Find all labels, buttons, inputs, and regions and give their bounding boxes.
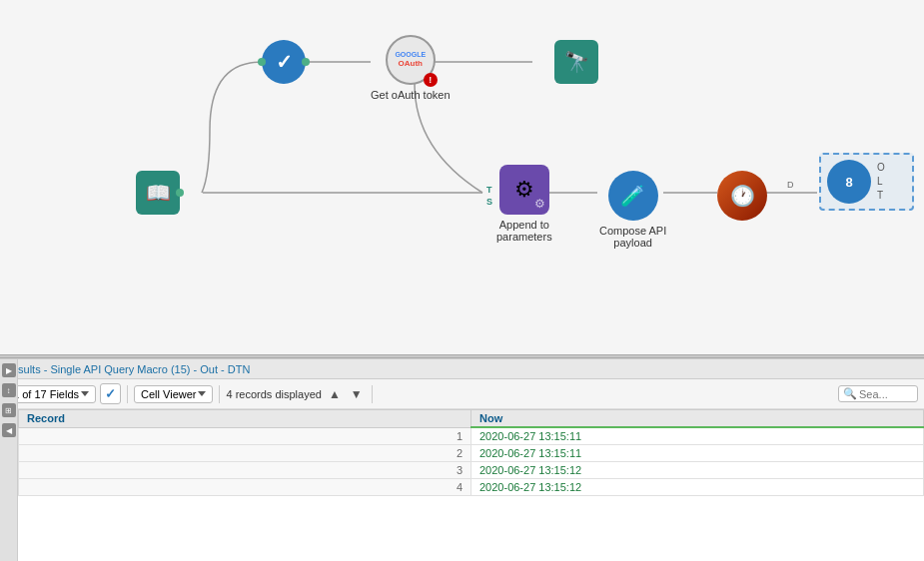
- record-num-cell: 4: [19, 479, 471, 496]
- s-label: S: [486, 197, 492, 207]
- dashed-box: 8 O L T: [819, 153, 914, 211]
- toolbar-sep-2: [219, 385, 220, 403]
- table-row: 42020-06-27 13:15:12: [19, 479, 924, 496]
- viewer-chevron-icon: [198, 391, 206, 396]
- compose-node[interactable]: 🧪 Compose APIpayload: [599, 171, 666, 249]
- now-value-cell: 2020-06-27 13:15:12: [471, 462, 924, 479]
- table-wrapper: Record Now 12020-06-27 13:15:1122020-06-…: [18, 409, 924, 496]
- check-icon: ✓: [105, 386, 116, 401]
- check-node-right-port: [302, 58, 310, 66]
- sort-up-button[interactable]: ▲: [326, 386, 344, 402]
- side-icon-3[interactable]: ⊞: [2, 403, 16, 417]
- svg-text:D: D: [787, 180, 794, 190]
- workflow-canvas: D ✓ GOOGLE OAuth ! Get oAuth token 🔭: [0, 0, 924, 354]
- toolbar-row: 1 of 17 Fields ✓ Cell Viewer 4 records d…: [0, 379, 924, 409]
- book-node-right-port: [176, 189, 184, 197]
- panel-tab-bar: Results - Single API Query Macro (15) - …: [0, 359, 924, 379]
- olt-t: T: [877, 189, 885, 203]
- side-icon-2[interactable]: ↕: [2, 383, 16, 397]
- viewer-selector-button[interactable]: Cell Viewer: [134, 385, 213, 403]
- search-box: 🔍: [838, 385, 918, 402]
- now-value-cell: 2020-06-27 13:15:11: [471, 445, 924, 462]
- olt-o: O: [877, 161, 885, 175]
- now-value-cell: 2020-06-27 13:15:11: [471, 427, 924, 445]
- blue-circle-node[interactable]: 8: [827, 160, 871, 204]
- col-now: Now: [471, 410, 924, 428]
- bottom-panel: Results - Single API Query Macro (15) - …: [0, 358, 924, 561]
- check-button[interactable]: ✓: [100, 383, 121, 404]
- side-icon-1[interactable]: ▶: [2, 363, 16, 377]
- binoculars-node[interactable]: 🔭: [554, 40, 598, 84]
- table-row: 22020-06-27 13:15:11: [19, 445, 924, 462]
- side-icon-4[interactable]: ◀: [2, 423, 16, 437]
- oauth-node-label: Get oAuth token: [371, 89, 451, 101]
- record-num-cell: 2: [19, 445, 471, 462]
- record-count-label: 4 records displayed: [226, 388, 321, 400]
- side-icons-panel: ▶ ↕ ⊞ ◀: [0, 359, 18, 561]
- check-node[interactable]: ✓: [262, 40, 306, 84]
- viewer-label: Cell Viewer: [141, 388, 196, 400]
- fields-selector-button[interactable]: 1 of 17 Fields: [6, 385, 96, 403]
- table-row: 12020-06-27 13:15:11: [19, 427, 924, 445]
- toolbar-sep-1: [127, 385, 128, 403]
- search-input[interactable]: [859, 388, 909, 400]
- compose-node-label: Compose APIpayload: [599, 225, 666, 249]
- now-value-cell: 2020-06-27 13:15:12: [471, 479, 924, 496]
- table-row: 32020-06-27 13:15:12: [19, 462, 924, 479]
- oauth-node[interactable]: GOOGLE OAuth ! Get oAuth token: [371, 35, 451, 101]
- error-badge: !: [424, 73, 438, 87]
- data-table: Record Now 12020-06-27 13:15:1122020-06-…: [18, 409, 924, 496]
- toolbar-sep-3: [372, 385, 373, 403]
- sort-down-button[interactable]: ▼: [348, 386, 366, 402]
- fields-label: 1 of 17 Fields: [13, 388, 79, 400]
- book-node[interactable]: 📖: [136, 171, 180, 215]
- clock-node[interactable]: 🕐: [717, 171, 767, 221]
- fields-chevron-icon: [81, 391, 89, 396]
- record-num-cell: 1: [19, 427, 471, 445]
- col-record: Record: [19, 410, 471, 428]
- olt-l: L: [877, 175, 885, 189]
- gears-node[interactable]: ⚙ ⚙ Append toparameters: [496, 165, 552, 243]
- record-num-cell: 3: [19, 462, 471, 479]
- check-node-left-port: [258, 58, 266, 66]
- gears-node-label: Append toparameters: [496, 219, 552, 243]
- t-label: T: [486, 185, 492, 195]
- search-icon: 🔍: [843, 387, 857, 400]
- panel-tab-label[interactable]: Results - Single API Query Macro (15) - …: [4, 363, 250, 375]
